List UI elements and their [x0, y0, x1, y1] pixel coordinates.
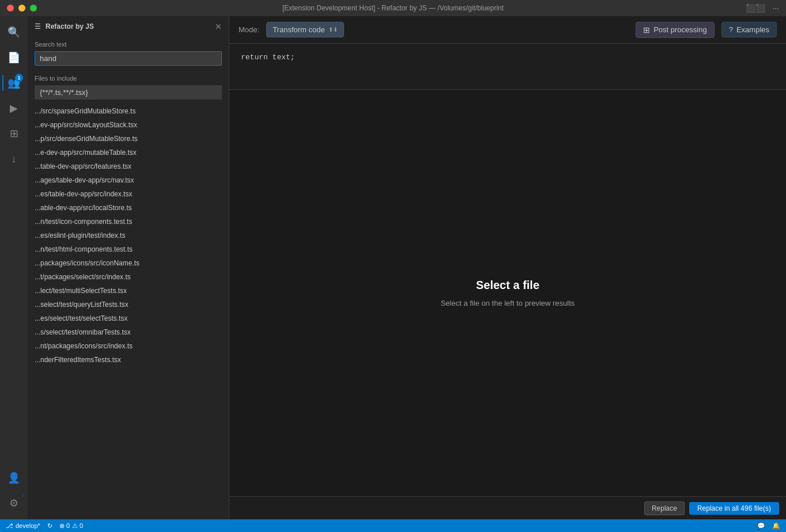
- settings-update-icon: ↑: [22, 493, 24, 498]
- status-right: 💬 🔔: [757, 522, 780, 530]
- code-content: return text;: [241, 53, 774, 62]
- search-label: Search text: [35, 41, 222, 48]
- bottom-bar: Replace Replace in all 496 file(s): [229, 496, 786, 519]
- file-list-item[interactable]: ...nt/packages/icons/src/index.ts: [28, 339, 229, 353]
- file-list-item[interactable]: ...e-dev-app/src/mutableTable.tsx: [28, 146, 229, 159]
- post-processing-button[interactable]: ⊞ Post processing: [636, 22, 715, 38]
- file-list-item[interactable]: ...ages/table-dev-app/src/nav.tsx: [28, 173, 229, 187]
- replace-all-button[interactable]: Replace in all 496 file(s): [689, 502, 779, 515]
- file-list-item[interactable]: .../src/sparseGridMutableStore.ts: [28, 104, 229, 118]
- search-input[interactable]: [40, 54, 217, 63]
- preview-area: Select a file Select a file on the left …: [229, 90, 786, 496]
- file-list-item[interactable]: ...n/test/icon-components.test.ts: [28, 215, 229, 229]
- file-list-item[interactable]: ...ev-app/src/slowLayoutStack.tsx: [28, 118, 229, 132]
- file-list-item[interactable]: ...packages/icons/src/iconName.ts: [28, 256, 229, 270]
- file-list-item[interactable]: ...lect/test/multiSelectTests.tsx: [28, 284, 229, 298]
- activity-item-account[interactable]: 👤: [2, 466, 25, 489]
- status-bar: ⎇ develop* ↻ ⊗ 0 ⚠ 0 💬 🔔: [0, 519, 786, 532]
- history-icon: ↓: [12, 153, 17, 165]
- replace-button[interactable]: Replace: [644, 501, 685, 515]
- search-section: Search text: [28, 36, 229, 70]
- branch-name: develop*: [16, 522, 40, 529]
- post-processing-label: Post processing: [653, 25, 707, 34]
- examples-button[interactable]: ? Examples: [721, 22, 777, 37]
- activity-bar: 🔍 📄 👥 1 ▶ ⊞ ↓ 👤 ⚙ ↑: [0, 16, 28, 519]
- errors-indicator[interactable]: ⊗ 0 ⚠ 0: [59, 522, 83, 530]
- minimize-button[interactable]: [18, 5, 25, 12]
- mode-dropdown-arrow: ⬆⬇: [328, 26, 338, 33]
- post-processing-icon: ⊞: [643, 25, 650, 35]
- chat-icon-button[interactable]: 💬: [757, 522, 765, 530]
- more-actions-icon[interactable]: ···: [772, 3, 779, 13]
- file-list-item[interactable]: ...able-dev-app/src/localStore.ts: [28, 201, 229, 215]
- panel-header: ☰ Refactor by JS ✕: [28, 16, 229, 36]
- app-body: 🔍 📄 👥 1 ▶ ⊞ ↓ 👤 ⚙ ↑ ☰: [0, 16, 786, 519]
- toolbar: Mode: Transform code ⬆⬇ ⊞ Post processin…: [229, 16, 786, 44]
- code-area: return text;: [229, 44, 786, 90]
- titlebar-actions: ⬛⬛ ···: [746, 3, 779, 13]
- files-label: Files to include: [35, 75, 222, 82]
- panel-title: Refactor by JS: [46, 22, 210, 31]
- titlebar: [Extension Development Host] - Refactor …: [0, 0, 786, 16]
- run-icon: ▶: [10, 102, 18, 115]
- file-list: .../src/sparseGridMutableStore.ts...ev-a…: [28, 104, 229, 519]
- files-input[interactable]: [40, 88, 217, 97]
- files-input-wrapper: [35, 85, 222, 100]
- preview-title: Select a file: [476, 279, 539, 292]
- main-content: Mode: Transform code ⬆⬇ ⊞ Post processin…: [229, 16, 786, 519]
- preview-subtitle: Select a file on the left to preview res…: [441, 299, 575, 307]
- account-icon: 👤: [7, 472, 20, 484]
- file-list-item[interactable]: ...es/eslint-plugin/test/index.ts: [28, 229, 229, 242]
- git-branch-icon: ⎇: [6, 522, 13, 530]
- activity-bottom: 👤 ⚙ ↑: [2, 466, 25, 515]
- file-list-item[interactable]: ...es/table-dev-app/src/index.tsx: [28, 187, 229, 201]
- file-list-item[interactable]: ...p/src/denseGridMutableStore.ts: [28, 132, 229, 146]
- panel-close-button[interactable]: ✕: [215, 22, 222, 31]
- notification-icon-button[interactable]: 🔔: [772, 522, 780, 530]
- activity-item-search[interactable]: 🔍: [2, 21, 25, 44]
- file-list-item[interactable]: ...nderFilteredItemsTests.tsx: [28, 353, 229, 367]
- branch-indicator[interactable]: ⎇ develop*: [6, 522, 40, 530]
- search-icon: 🔍: [7, 26, 20, 39]
- mode-label: Mode:: [239, 25, 259, 34]
- activity-item-explorer[interactable]: 📄: [2, 46, 25, 69]
- examples-label: Examples: [736, 25, 769, 34]
- source-control-badge: 1: [15, 74, 23, 82]
- file-list-item[interactable]: ...select/test/queryListTests.tsx: [28, 298, 229, 311]
- activity-item-settings[interactable]: ⚙ ↑: [2, 492, 25, 515]
- settings-icon: ⚙: [9, 497, 18, 510]
- warnings-label: ⚠ 0: [72, 522, 83, 530]
- errors-label: ⊗ 0: [59, 522, 70, 530]
- window-controls: [7, 5, 37, 12]
- maximize-button[interactable]: [30, 5, 37, 12]
- activity-item-extensions[interactable]: ⊞: [2, 122, 25, 145]
- file-list-item[interactable]: ...n/test/html-components.test.ts: [28, 242, 229, 256]
- file-list-item[interactable]: ...s/select/test/omnibarTests.tsx: [28, 325, 229, 339]
- mode-value: Transform code: [273, 25, 325, 34]
- file-list-item[interactable]: ...t/packages/select/src/index.ts: [28, 270, 229, 284]
- extensions-icon: ⊞: [10, 127, 18, 140]
- window-title: [Extension Development Host] - Refactor …: [282, 4, 504, 12]
- file-list-item[interactable]: ...es/select/test/selectTests.tsx: [28, 311, 229, 325]
- sync-icon: ↻: [47, 522, 52, 530]
- file-list-item[interactable]: ...table-dev-app/src/features.tsx: [28, 159, 229, 173]
- mode-dropdown[interactable]: Transform code ⬆⬇: [266, 22, 344, 37]
- search-input-wrapper: [35, 51, 222, 66]
- panel-menu-icon: ☰: [35, 22, 41, 31]
- close-button[interactable]: [7, 5, 14, 12]
- sync-button[interactable]: ↻: [47, 522, 52, 530]
- split-editor-icon[interactable]: ⬛⬛: [746, 3, 765, 13]
- explorer-icon: 📄: [7, 51, 20, 64]
- activity-item-run[interactable]: ▶: [2, 97, 25, 120]
- activity-item-history[interactable]: ↓: [2, 147, 25, 170]
- examples-icon: ?: [729, 25, 733, 34]
- activity-item-source-control[interactable]: 👥 1: [2, 71, 25, 94]
- files-section: Files to include: [28, 70, 229, 104]
- side-panel: ☰ Refactor by JS ✕ Search text Files to …: [28, 16, 229, 519]
